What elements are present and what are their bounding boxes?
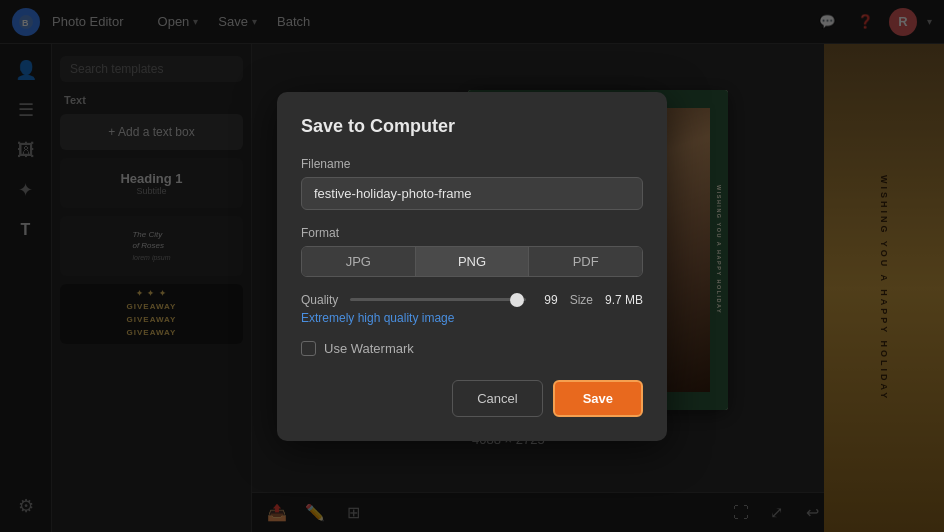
format-tab-jpg[interactable]: JPG	[302, 247, 416, 276]
quality-label: Quality	[301, 293, 338, 307]
format-tab-png[interactable]: PNG	[416, 247, 530, 276]
watermark-label: Use Watermark	[324, 341, 414, 356]
save-button-modal[interactable]: Save	[553, 380, 643, 417]
format-label: Format	[301, 226, 643, 240]
quality-value: 99	[538, 293, 558, 307]
modal-title: Save to Computer	[301, 116, 643, 137]
filename-label: Filename	[301, 157, 643, 171]
modal-buttons: Cancel Save	[301, 380, 643, 417]
quality-row: Quality 99 Size 9.7 MB	[301, 293, 643, 307]
quality-hint: Extremely high quality image	[301, 311, 643, 325]
size-label: Size	[570, 293, 593, 307]
quality-slider[interactable]	[350, 298, 525, 301]
format-tab-pdf[interactable]: PDF	[529, 247, 642, 276]
size-value: 9.7 MB	[605, 293, 643, 307]
format-tabs: JPG PNG PDF	[301, 246, 643, 277]
watermark-row: Use Watermark	[301, 341, 643, 356]
filename-input[interactable]	[301, 177, 643, 210]
cancel-button[interactable]: Cancel	[452, 380, 542, 417]
watermark-checkbox[interactable]	[301, 341, 316, 356]
modal-overlay: Save to Computer Filename Format JPG PNG…	[0, 0, 944, 532]
save-modal: Save to Computer Filename Format JPG PNG…	[277, 92, 667, 441]
